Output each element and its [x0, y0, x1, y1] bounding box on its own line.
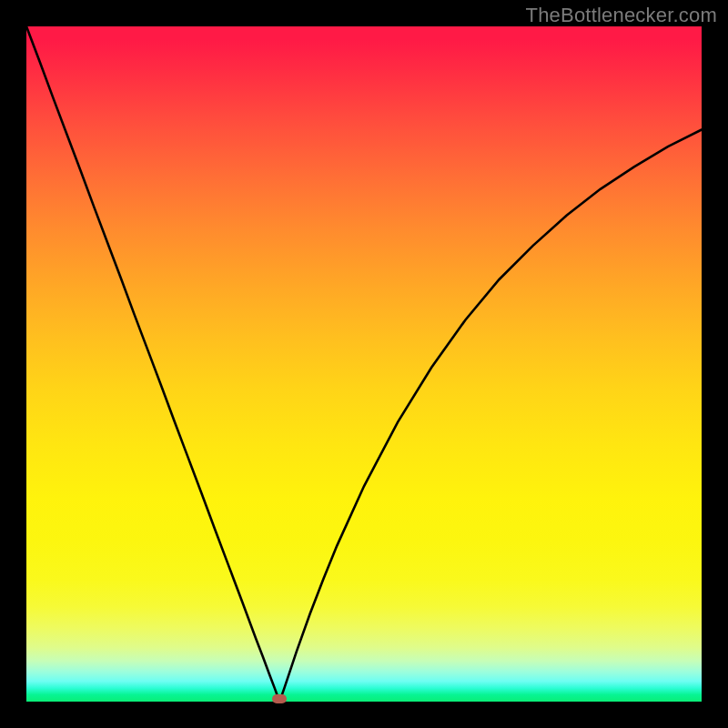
watermark-link[interactable]: TheBottlenecker.com: [526, 4, 717, 27]
optimal-point-marker: [272, 694, 287, 703]
bottleneck-curve: [26, 26, 702, 702]
chart-canvas: TheBottlenecker.com: [0, 0, 728, 728]
